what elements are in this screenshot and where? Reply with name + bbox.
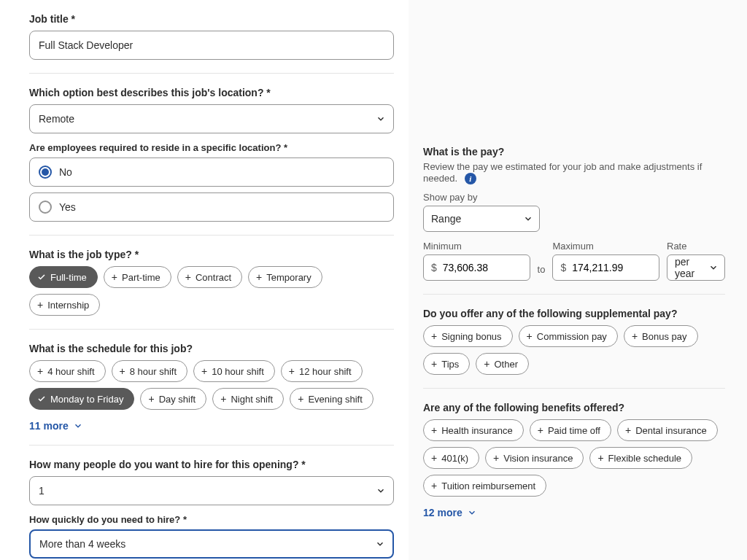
location-select[interactable]: Remote [29,104,394,133]
chip-label: Monday to Friday [50,394,123,405]
hire-count-select[interactable]: 1 [29,476,394,505]
schedule-chip[interactable]: +4 hour shift [29,360,106,382]
chip-label: Tuition reimbursement [441,481,535,491]
benefits-chip[interactable]: +401(k) [423,447,479,469]
benefits-more-link[interactable]: 12 more [423,507,477,518]
minimum-input[interactable] [443,262,522,273]
plus-icon: + [112,272,117,282]
show-pay-by-select[interactable]: Range [423,206,540,232]
chevron-down-icon [376,114,386,124]
chip-label: Bonus pay [642,331,686,342]
supplemental-chips: +Signing bonus+Commission pay+Bonus pay+… [423,325,725,375]
supplemental-chip[interactable]: +Commission pay [519,325,618,347]
chevron-down-icon [467,508,477,518]
plus-icon: + [120,366,125,376]
job-type-chip[interactable]: +Part-time [104,266,171,288]
job-type-chip[interactable]: +Temporary [248,266,322,288]
maximum-input-wrapper: $ [552,254,659,281]
pay-title: What is the pay? [423,146,504,158]
chip-label: 12 hour shift [299,366,352,377]
chip-label: Evening shift [308,394,362,405]
schedule-chip[interactable]: +Night shift [212,388,284,410]
show-pay-by-value: Range [431,213,461,225]
chip-label: Contract [196,272,231,283]
job-title-label: Job title * [29,13,394,25]
more-link-text: 12 more [423,507,462,518]
benefits-chip[interactable]: +Tuition reimbursement [423,475,546,497]
minimum-label: Minimum [423,241,530,252]
maximum-label: Maximum [552,241,659,252]
chip-label: Full-time [50,272,87,283]
hire-speed-select[interactable]: More than 4 weeks [29,529,394,559]
plus-icon: + [220,394,226,404]
chip-label: 8 hour shift [130,366,177,377]
benefits-chip[interactable]: +Flexible schedule [589,447,692,469]
chip-label: Night shift [231,394,273,405]
reside-label: Are employees required to reside in a sp… [29,142,394,153]
location-value: Remote [39,113,74,125]
chip-label: Part-time [122,272,160,283]
radio-icon [39,201,52,214]
chip-label: 401(k) [441,453,468,464]
plus-icon: + [632,331,638,341]
chip-label: Health insurance [441,425,513,436]
to-label: to [538,264,546,281]
rate-value: per year [675,256,704,279]
plus-icon: + [538,425,543,435]
radio-icon [39,166,52,179]
supplemental-chip[interactable]: +Signing bonus [423,325,513,347]
plus-icon: + [431,359,437,369]
job-type-chips: Full-time+Part-time+Contract+Temporary+I… [29,266,394,316]
benefits-label: Are any of the following benefits offere… [423,402,725,413]
supplemental-chip[interactable]: +Other [476,353,529,375]
rate-label: Rate [667,241,725,252]
plus-icon: + [289,366,295,376]
chip-label: 4 hour shift [47,366,94,377]
job-type-chip[interactable]: Full-time [29,266,98,288]
maximum-input[interactable] [572,262,651,273]
radio-label: Yes [59,201,76,213]
info-icon[interactable]: i [465,173,476,184]
job-type-chip[interactable]: +Contract [177,266,242,288]
reside-option-yes[interactable]: Yes [29,192,394,222]
currency-symbol: $ [560,262,566,273]
rate-select[interactable]: per year [667,254,725,281]
schedule-chip[interactable]: +10 hour shift [193,360,275,382]
check-icon [37,394,46,403]
chip-label: Vision insurance [503,453,573,464]
more-link-text: 11 more [29,420,69,432]
benefits-chips: +Health insurance+Paid time off+Dental i… [423,419,725,497]
plus-icon: + [148,394,154,404]
show-pay-by-label: Show pay by [423,192,725,203]
schedule-more-link[interactable]: 11 more [29,420,83,432]
plus-icon: + [484,359,489,369]
chip-label: Day shift [159,394,196,405]
chip-label: Flexible schedule [608,453,681,464]
plus-icon: + [201,366,207,376]
hire-count-label: How many people do you want to hire for … [29,459,394,470]
schedule-chip[interactable]: +Evening shift [290,388,374,410]
plus-icon: + [37,300,43,310]
schedule-chip[interactable]: +8 hour shift [112,360,188,382]
plus-icon: + [597,453,603,463]
chevron-down-icon [376,486,386,496]
chip-label: Signing bonus [441,331,501,342]
schedule-chip[interactable]: +Day shift [140,388,206,410]
schedule-chip[interactable]: Monday to Friday [29,388,134,410]
job-title-input[interactable] [29,31,394,60]
supplemental-label: Do you offer any of the following supple… [423,308,725,319]
reside-option-no[interactable]: No [29,158,394,187]
benefits-chip[interactable]: +Dental insurance [617,419,718,441]
benefits-chip[interactable]: +Health insurance [423,419,524,441]
job-type-label: What is the job type? * [29,249,394,260]
plus-icon: + [431,481,437,491]
chevron-down-icon [523,214,533,224]
supplemental-chip[interactable]: +Bonus pay [624,325,698,347]
schedule-label: What is the schedule for this job? [29,343,394,354]
supplemental-chip[interactable]: +Tips [423,353,470,375]
job-type-chip[interactable]: +Internship [29,294,100,316]
schedule-chip[interactable]: +12 hour shift [281,360,363,382]
chevron-down-icon [708,262,719,273]
benefits-chip[interactable]: +Vision insurance [485,447,584,469]
benefits-chip[interactable]: +Paid time off [530,419,611,441]
